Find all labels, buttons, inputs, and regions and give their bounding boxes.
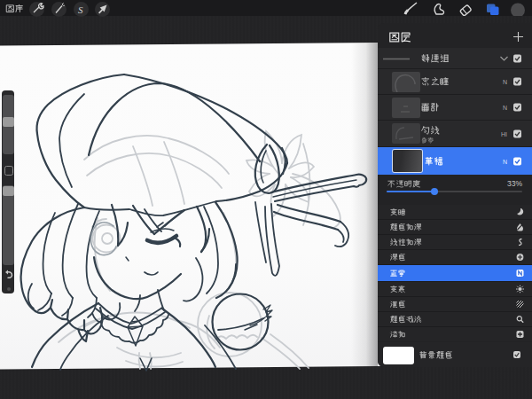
svg-text:S: S xyxy=(78,4,83,15)
